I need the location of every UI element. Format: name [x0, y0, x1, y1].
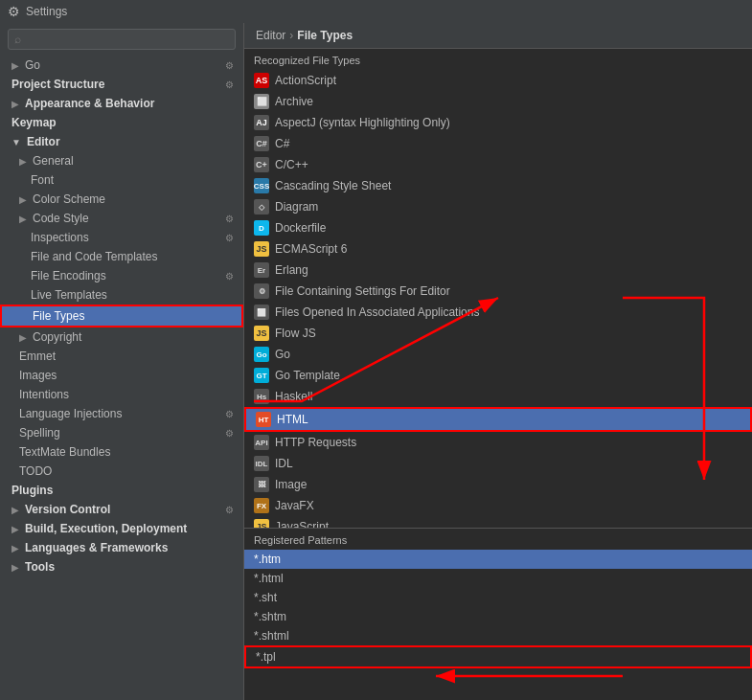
file-type-label: Haskell: [275, 390, 312, 403]
sidebar-item-appearance-behavior[interactable]: ▶ Appearance & Behavior: [0, 94, 243, 113]
file-type-flowjs[interactable]: JS Flow JS: [244, 323, 752, 344]
patterns-section: Registered Patterns *.htm *.html *.sht *…: [244, 528, 752, 700]
file-type-label: File Containing Settings For Editor: [275, 284, 450, 298]
sidebar-item-label: Editor: [27, 135, 60, 148]
sidebar-item-build-execution[interactable]: ▶ Build, Execution, Deployment: [0, 519, 243, 538]
pattern-item-html[interactable]: *.html: [244, 569, 752, 588]
file-type-http-requests[interactable]: API HTTP Requests: [244, 432, 752, 453]
arrow-icon: ▶: [11, 60, 19, 71]
file-type-label: IDL: [275, 457, 293, 470]
pattern-item-tpl[interactable]: *.tpl: [244, 645, 752, 668]
file-type-icon: Hs: [254, 389, 269, 404]
file-type-label: Cascading Style Sheet: [275, 179, 391, 192]
sidebar-item-keymap[interactable]: Keymap: [0, 113, 243, 132]
sidebar-item-label: TODO: [19, 464, 52, 478]
file-type-go[interactable]: Go Go: [244, 344, 752, 365]
sidebar-item-spelling[interactable]: Spelling ⚙: [0, 423, 243, 442]
file-type-go-template[interactable]: GT Go Template: [244, 365, 752, 386]
sidebar-item-label: Plugins: [11, 484, 53, 497]
file-type-cpp[interactable]: C+ C/C++: [244, 154, 752, 175]
search-input[interactable]: [8, 29, 236, 50]
pattern-label: *.htm: [254, 553, 281, 566]
file-type-label: JavaFX: [275, 499, 314, 512]
sidebar-item-todo[interactable]: TODO: [0, 462, 243, 481]
file-type-csharp[interactable]: C# C#: [244, 133, 752, 154]
file-type-archive[interactable]: ⬜ Archive: [244, 91, 752, 112]
file-type-icon: HT: [256, 412, 271, 427]
file-type-file-settings[interactable]: ⚙ File Containing Settings For Editor: [244, 281, 752, 302]
file-type-icon: CSS: [254, 178, 269, 193]
sidebar-item-editor[interactable]: ▼ Editor: [0, 132, 243, 151]
sidebar-item-color-scheme[interactable]: ▶ Color Scheme: [0, 190, 243, 209]
file-type-diagram[interactable]: ◇ Diagram: [244, 196, 752, 217]
sidebar-item-language-injections[interactable]: Language Injections ⚙: [0, 404, 243, 423]
config-icon: ⚙: [222, 269, 236, 282]
file-type-css[interactable]: CSS Cascading Style Sheet: [244, 175, 752, 196]
sidebar-item-plugins[interactable]: Plugins: [0, 481, 243, 500]
file-type-html[interactable]: HT HTML: [244, 407, 752, 432]
sidebar-item-label: Languages & Frameworks: [25, 541, 168, 554]
sidebar-item-live-templates[interactable]: Live Templates: [0, 285, 243, 305]
sidebar-item-go[interactable]: ▶ Go ⚙: [0, 56, 243, 75]
file-type-icon: C+: [254, 157, 269, 172]
file-type-label: HTTP Requests: [275, 436, 356, 449]
file-type-dockerfile[interactable]: D Dockerfile: [244, 217, 752, 238]
sidebar-item-file-types[interactable]: File Types: [0, 305, 243, 327]
sidebar-item-emmet[interactable]: Emmet: [0, 347, 243, 366]
pattern-label: *.shtm: [254, 610, 286, 623]
sidebar-item-code-style[interactable]: ▶ Code Style ⚙: [0, 209, 243, 228]
breadcrumb-separator: ›: [289, 29, 293, 42]
file-type-label: Dockerfile: [275, 221, 326, 235]
sidebar-item-version-control[interactable]: ▶ Version Control ⚙: [0, 500, 243, 519]
sidebar-item-images[interactable]: Images: [0, 366, 243, 385]
file-type-icon: Go: [254, 347, 269, 362]
file-type-idl[interactable]: IDL IDL: [244, 453, 752, 474]
file-type-icon: AJ: [254, 115, 269, 130]
arrow-icon: ▶: [11, 99, 19, 109]
sidebar-item-textmate-bundles[interactable]: TextMate Bundles: [0, 442, 243, 462]
config-icon: ⚙: [222, 212, 236, 225]
file-type-aspectj[interactable]: AJ AspectJ (syntax Highlighting Only): [244, 112, 752, 133]
file-type-label: Diagram: [275, 200, 318, 214]
sidebar-item-intentions[interactable]: Intentions: [0, 385, 243, 404]
file-type-files-opened[interactable]: ⬜ Files Opened In Associated Application…: [244, 302, 752, 323]
sidebar-item-general[interactable]: ▶ General: [0, 151, 243, 170]
sidebar-item-label: Project Structure: [11, 78, 104, 91]
file-type-label: Files Opened In Associated Applications: [275, 305, 479, 319]
sidebar-item-label: Spelling: [19, 426, 60, 440]
patterns-section-label: Registered Patterns: [244, 529, 752, 550]
file-type-label: Archive: [275, 95, 313, 108]
sidebar-item-label: Copyright: [33, 330, 81, 344]
file-type-erlang[interactable]: Er Erlang: [244, 260, 752, 281]
file-type-image[interactable]: 🖼 Image: [244, 474, 752, 495]
pattern-item-shtm[interactable]: *.shtm: [244, 607, 752, 626]
file-type-label: C#: [275, 137, 289, 150]
sidebar-item-languages-frameworks[interactable]: ▶ Languages & Frameworks: [0, 538, 243, 557]
sidebar-item-tools[interactable]: ▶ Tools: [0, 557, 243, 576]
pattern-label: *.shtml: [254, 629, 289, 643]
file-type-icon: ⚙: [254, 283, 269, 299]
sidebar-item-project-structure[interactable]: Project Structure ⚙: [0, 75, 243, 94]
file-type-haskell[interactable]: Hs Haskell: [244, 386, 752, 407]
sidebar-item-copyright[interactable]: ▶ Copyright: [0, 327, 243, 347]
sidebar-item-label: Go: [25, 58, 40, 72]
file-type-label: Go Template: [275, 369, 340, 382]
pattern-item-htm[interactable]: *.htm: [244, 550, 752, 569]
right-panel: Editor › File Types Recognized File Type…: [244, 23, 752, 700]
file-type-actionscript[interactable]: AS ActionScript: [244, 70, 752, 91]
pattern-item-shtml[interactable]: *.shtml: [244, 626, 752, 645]
file-type-icon: JS: [254, 326, 269, 341]
sidebar-item-file-code-templates[interactable]: File and Code Templates: [0, 247, 243, 266]
file-type-ecmascript[interactable]: JS ECMAScript 6: [244, 238, 752, 260]
pattern-item-sht[interactable]: *.sht: [244, 588, 752, 607]
sidebar-item-font[interactable]: Font: [0, 170, 243, 190]
sidebar-item-file-encodings[interactable]: File Encodings ⚙: [0, 266, 243, 285]
main-container: ▶ Go ⚙ Project Structure ⚙ ▶ Appearance …: [0, 23, 752, 700]
window-title: Settings: [26, 5, 67, 18]
arrow-icon: ▼: [11, 137, 21, 147]
arrow-icon: ▶: [11, 524, 19, 534]
sidebar-item-inspections[interactable]: Inspections ⚙: [0, 228, 243, 247]
file-type-javafx[interactable]: FX JavaFX: [244, 495, 752, 516]
config-icon: ⚙: [222, 231, 236, 244]
file-type-javascript[interactable]: JS JavaScript: [244, 516, 752, 528]
